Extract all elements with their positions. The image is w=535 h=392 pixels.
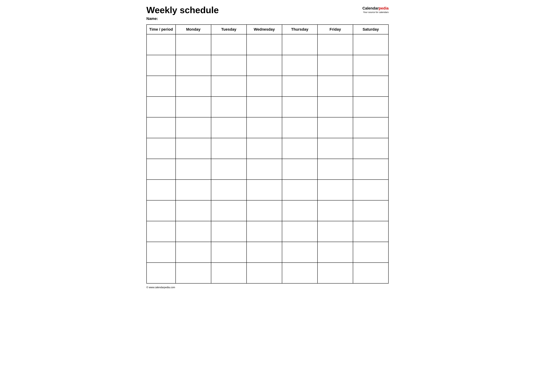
cell-row10-col6[interactable] xyxy=(353,242,389,263)
cell-row1-col1[interactable] xyxy=(176,55,211,76)
cell-row11-col4[interactable] xyxy=(282,263,318,283)
cell-row9-col6[interactable] xyxy=(353,221,389,242)
cell-row7-col0[interactable] xyxy=(146,180,176,200)
cell-row11-col5[interactable] xyxy=(318,263,353,283)
name-label: Name: xyxy=(146,16,362,21)
page-container: Weekly schedule Name: Calendarpedia Your… xyxy=(146,5,389,289)
cell-row10-col1[interactable] xyxy=(176,242,211,263)
cell-row11-col6[interactable] xyxy=(353,263,389,283)
cell-row5-col3[interactable] xyxy=(247,138,282,159)
table-header-row: Time / period Monday Tuesday Wednesday T… xyxy=(146,25,389,34)
cell-row7-col5[interactable] xyxy=(318,180,353,200)
cell-row8-col6[interactable] xyxy=(353,200,389,221)
cell-row9-col4[interactable] xyxy=(282,221,318,242)
cell-row3-col5[interactable] xyxy=(318,97,353,117)
cell-row10-col0[interactable] xyxy=(146,242,176,263)
header-area: Weekly schedule Name: Calendarpedia Your… xyxy=(146,5,389,21)
cell-row9-col5[interactable] xyxy=(318,221,353,242)
cell-row1-col4[interactable] xyxy=(282,55,318,76)
table-row xyxy=(146,76,389,97)
cell-row2-col6[interactable] xyxy=(353,76,389,97)
cell-row2-col1[interactable] xyxy=(176,76,211,97)
table-row xyxy=(146,200,389,221)
cell-row5-col5[interactable] xyxy=(318,138,353,159)
cell-row6-col3[interactable] xyxy=(247,159,282,180)
cell-row1-col0[interactable] xyxy=(146,55,176,76)
cell-row0-col6[interactable] xyxy=(353,34,389,55)
cell-row3-col4[interactable] xyxy=(282,97,318,117)
cell-row1-col3[interactable] xyxy=(247,55,282,76)
cell-row3-col2[interactable] xyxy=(211,97,247,117)
logo-subtitle: Your source for calendars xyxy=(362,11,389,14)
cell-row1-col5[interactable] xyxy=(318,55,353,76)
cell-row7-col1[interactable] xyxy=(176,180,211,200)
cell-row5-col2[interactable] xyxy=(211,138,247,159)
logo-black-text: Calendar xyxy=(362,6,379,10)
cell-row5-col4[interactable] xyxy=(282,138,318,159)
footer: © www.calendarpedia.com xyxy=(146,286,389,289)
cell-row2-col0[interactable] xyxy=(146,76,176,97)
cell-row10-col3[interactable] xyxy=(247,242,282,263)
cell-row1-col6[interactable] xyxy=(353,55,389,76)
cell-row5-col1[interactable] xyxy=(176,138,211,159)
cell-row4-col2[interactable] xyxy=(211,117,247,138)
cell-row9-col0[interactable] xyxy=(146,221,176,242)
cell-row10-col4[interactable] xyxy=(282,242,318,263)
cell-row4-col1[interactable] xyxy=(176,117,211,138)
cell-row0-col3[interactable] xyxy=(247,34,282,55)
cell-row0-col2[interactable] xyxy=(211,34,247,55)
cell-row2-col4[interactable] xyxy=(282,76,318,97)
cell-row6-col1[interactable] xyxy=(176,159,211,180)
schedule-table: Time / period Monday Tuesday Wednesday T… xyxy=(146,24,389,284)
cell-row8-col0[interactable] xyxy=(146,200,176,221)
table-row xyxy=(146,263,389,283)
cell-row2-col3[interactable] xyxy=(247,76,282,97)
cell-row7-col3[interactable] xyxy=(247,180,282,200)
cell-row9-col2[interactable] xyxy=(211,221,247,242)
cell-row4-col6[interactable] xyxy=(353,117,389,138)
table-row xyxy=(146,221,389,242)
cell-row3-col0[interactable] xyxy=(146,97,176,117)
copyright-text: © www.calendarpedia.com xyxy=(146,286,175,289)
cell-row7-col6[interactable] xyxy=(353,180,389,200)
cell-row10-col5[interactable] xyxy=(318,242,353,263)
cell-row0-col1[interactable] xyxy=(176,34,211,55)
cell-row11-col0[interactable] xyxy=(146,263,176,283)
cell-row8-col2[interactable] xyxy=(211,200,247,221)
cell-row7-col4[interactable] xyxy=(282,180,318,200)
col-header-friday: Friday xyxy=(318,25,353,34)
cell-row4-col3[interactable] xyxy=(247,117,282,138)
cell-row2-col5[interactable] xyxy=(318,76,353,97)
cell-row9-col3[interactable] xyxy=(247,221,282,242)
cell-row3-col6[interactable] xyxy=(353,97,389,117)
cell-row4-col0[interactable] xyxy=(146,117,176,138)
cell-row11-col3[interactable] xyxy=(247,263,282,283)
cell-row1-col2[interactable] xyxy=(211,55,247,76)
table-row xyxy=(146,34,389,55)
cell-row8-col5[interactable] xyxy=(318,200,353,221)
col-header-thursday: Thursday xyxy=(282,25,318,34)
cell-row4-col4[interactable] xyxy=(282,117,318,138)
cell-row8-col3[interactable] xyxy=(247,200,282,221)
cell-row10-col2[interactable] xyxy=(211,242,247,263)
cell-row8-col1[interactable] xyxy=(176,200,211,221)
cell-row9-col1[interactable] xyxy=(176,221,211,242)
cell-row6-col6[interactable] xyxy=(353,159,389,180)
cell-row0-col5[interactable] xyxy=(318,34,353,55)
cell-row11-col1[interactable] xyxy=(176,263,211,283)
cell-row6-col4[interactable] xyxy=(282,159,318,180)
cell-row6-col5[interactable] xyxy=(318,159,353,180)
cell-row3-col1[interactable] xyxy=(176,97,211,117)
cell-row7-col2[interactable] xyxy=(211,180,247,200)
cell-row5-col6[interactable] xyxy=(353,138,389,159)
cell-row3-col3[interactable] xyxy=(247,97,282,117)
cell-row0-col0[interactable] xyxy=(146,34,176,55)
cell-row5-col0[interactable] xyxy=(146,138,176,159)
cell-row2-col2[interactable] xyxy=(211,76,247,97)
cell-row6-col2[interactable] xyxy=(211,159,247,180)
cell-row11-col2[interactable] xyxy=(211,263,247,283)
cell-row0-col4[interactable] xyxy=(282,34,318,55)
cell-row4-col5[interactable] xyxy=(318,117,353,138)
cell-row8-col4[interactable] xyxy=(282,200,318,221)
cell-row6-col0[interactable] xyxy=(146,159,176,180)
